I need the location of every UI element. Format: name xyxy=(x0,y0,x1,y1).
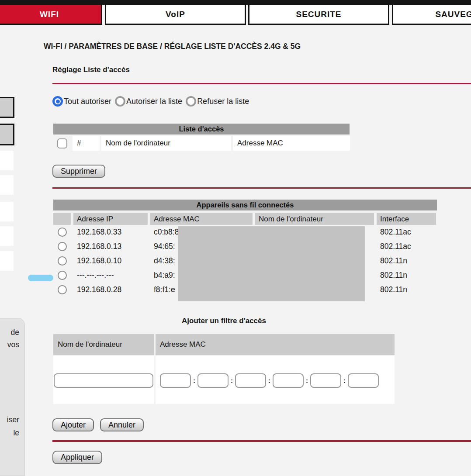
apply-button[interactable]: Appliquer xyxy=(52,451,102,464)
sidebar-cropped-item-5[interactable] xyxy=(0,251,14,271)
highlight-marker xyxy=(28,275,53,281)
help-text-fragment: de xyxy=(11,328,19,337)
mac-octet-input-4[interactable] xyxy=(273,373,304,388)
mac-separator: : xyxy=(268,377,270,384)
sidebar-help-panel: de vos iser le xyxy=(0,318,25,476)
radio-label: Refuser la liste xyxy=(197,97,249,106)
column-header-mac: Adresse MAC xyxy=(156,334,395,355)
mac-octet-input-1[interactable] xyxy=(160,373,191,388)
sidebar-cropped-item-3[interactable] xyxy=(0,202,14,221)
help-text-fragment: iser xyxy=(7,415,19,424)
mac-separator: : xyxy=(306,377,308,384)
device-radio[interactable] xyxy=(58,256,67,266)
device-ip: 192.168.0.33 xyxy=(73,228,148,237)
add-filter-title: Ajouter un filtre d'accès xyxy=(53,317,395,325)
access-list-title: Liste d'accès xyxy=(53,124,350,135)
mac-separator: : xyxy=(231,377,233,384)
divider xyxy=(52,83,471,84)
tab-sauvegarde[interactable]: SAUVEG xyxy=(392,3,471,25)
column-header-ip: Adresse IP xyxy=(73,213,148,225)
column-header-mac: Adresse MAC xyxy=(150,213,253,225)
column-header-name: Nom de l'ordinateur xyxy=(53,334,154,355)
sidebar-cropped-item-4[interactable] xyxy=(0,226,14,246)
connected-devices-table: Appareils sans fil connectés Adresse IP … xyxy=(53,200,437,297)
mac-separator: : xyxy=(193,377,195,384)
sidebar-cropped-button-1[interactable] xyxy=(0,97,14,118)
device-ip: ---.---.---.--- xyxy=(73,271,148,280)
device-ip: 192.168.0.13 xyxy=(73,242,148,251)
help-text-fragment: vos xyxy=(7,340,19,349)
device-interface: 802.11n xyxy=(377,256,436,266)
tab-wifi[interactable]: WIFI xyxy=(0,3,102,25)
column-header-name: Nom de l'ordinateur xyxy=(255,213,374,225)
mac-octet-input-5[interactable] xyxy=(310,373,341,388)
device-interface: 802.11n xyxy=(377,285,436,294)
device-radio[interactable] xyxy=(58,271,67,280)
radio-autoriser-la-liste[interactable] xyxy=(115,96,125,107)
device-radio[interactable] xyxy=(58,285,67,294)
access-list-table: Liste d'accès # Nom de l'ordinateur Adre… xyxy=(53,124,350,151)
device-radio[interactable] xyxy=(58,228,67,237)
add-filter-header-row: Nom de l'ordinateur Adresse MAC xyxy=(53,334,395,355)
select-all-checkbox[interactable] xyxy=(57,138,67,148)
add-filter-table: Nom de l'ordinateur Adresse MAC : : : : … xyxy=(53,334,395,404)
column-header-num: # xyxy=(73,136,100,151)
add-filter-input-row: : : : : : xyxy=(53,356,395,404)
device-ip: 192.168.0.10 xyxy=(73,256,148,266)
radio-label: Tout autoriser xyxy=(64,97,111,106)
sidebar-cropped-item-2[interactable] xyxy=(0,175,14,195)
mac-cell: : : : : : xyxy=(156,356,395,404)
sidebar-cropped-button-2[interactable] xyxy=(0,124,14,145)
help-text-fragment: le xyxy=(13,428,19,438)
radio-label: Autoriser la liste xyxy=(126,97,182,106)
mac-octet-input-2[interactable] xyxy=(197,373,229,388)
radio-refuser-la-liste[interactable] xyxy=(186,96,196,107)
device-interface: 802.11n xyxy=(377,271,436,280)
access-list-header-row: # Nom de l'ordinateur Adresse MAC xyxy=(53,136,350,151)
device-interface: 802.11ac xyxy=(377,228,436,237)
column-header-select xyxy=(53,213,71,225)
name-cell xyxy=(53,356,154,404)
mac-octet-input-3[interactable] xyxy=(235,373,266,388)
device-ip: 192.168.0.28 xyxy=(73,285,148,294)
add-button[interactable]: Ajouter xyxy=(52,418,94,431)
access-mode-radio-group: Tout autoriser Autoriser la liste Refuse… xyxy=(52,96,249,107)
sidebar-cropped-item-1[interactable] xyxy=(0,151,14,170)
tab-securite[interactable]: SECURITE xyxy=(248,3,389,25)
column-header-name: Nom de l'ordinateur xyxy=(101,136,231,151)
device-radio[interactable] xyxy=(58,242,67,251)
breadcrumb: WI-FI / PARAMÈTRES DE BASE / RÉGLAGE LIS… xyxy=(44,42,301,51)
mac-separator: : xyxy=(343,377,346,384)
tab-voip[interactable]: VoIP xyxy=(105,3,246,25)
devices-table-title: Appareils sans fil connectés xyxy=(53,200,437,210)
column-header-interface: Interface xyxy=(377,213,436,225)
divider xyxy=(52,187,471,189)
add-filter-actions: Ajouter Annuler xyxy=(52,418,144,431)
mac-octet-input-6[interactable] xyxy=(348,373,379,388)
delete-button[interactable]: Supprimer xyxy=(52,165,105,178)
radio-tout-autoriser[interactable] xyxy=(52,96,63,107)
computer-name-input[interactable] xyxy=(54,373,153,388)
device-interface: 802.11ac xyxy=(377,242,436,251)
redaction-overlay xyxy=(178,226,365,301)
devices-header-row: Adresse IP Adresse MAC Nom de l'ordinate… xyxy=(53,213,437,225)
page-title: Réglage Liste d'accès xyxy=(52,66,130,74)
column-header-mac: Adresse MAC xyxy=(233,136,350,151)
mac-address-inputs: : : : : : xyxy=(160,373,379,388)
divider xyxy=(52,440,471,442)
cancel-button[interactable]: Annuler xyxy=(100,418,144,431)
